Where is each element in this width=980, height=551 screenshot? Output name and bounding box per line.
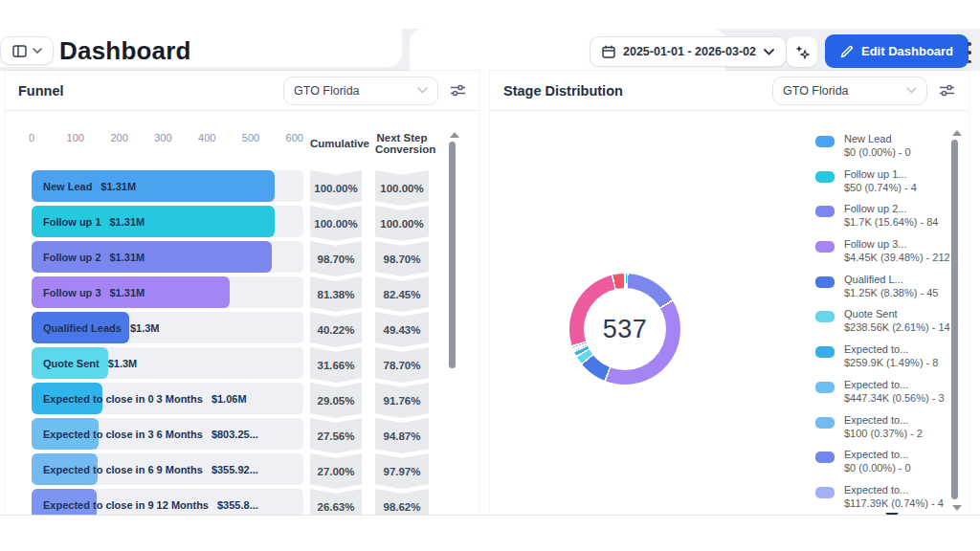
legend-item[interactable]: Follow up 1...$50 (0.74%) - 4 (815, 167, 947, 203)
next-step-conversion-value-cell: 97.97% (375, 453, 429, 489)
legend-swatch (815, 487, 835, 498)
legend-item[interactable]: Follow up 2...$1.7K (15.64%) - 84 (815, 202, 947, 237)
chevron-down-icon (906, 87, 917, 94)
stage-donut-chart[interactable]: 537 (569, 274, 680, 385)
x-axis-tick: 600 (286, 132, 303, 143)
legend-item[interactable]: New Lead$0 (0.00%) - 0 (815, 132, 947, 167)
layout-grid-icon (12, 45, 27, 57)
legend-swatch (815, 241, 835, 253)
legend-item[interactable]: Expected to...$259.9K (1.49%) - 8 (815, 342, 947, 378)
stage-distribution-title: Stage Distribution (503, 83, 623, 99)
cumulative-value-cell: 98.70% (310, 241, 362, 276)
x-axis-tick: 100 (67, 132, 84, 143)
donut-hole: 537 (584, 288, 666, 370)
legend-text: New Lead$0 (0.00%) - 0 (844, 132, 911, 167)
legend-swatch (815, 276, 835, 288)
x-axis-tick: 500 (242, 132, 259, 143)
cumulative-value-cell: 81.38% (310, 276, 362, 312)
legend-item[interactable]: Quote Sent$238.56K (2.61%) - 14 (815, 307, 947, 342)
funnel-row: New Lead$1.31M (32, 170, 303, 206)
legend-swatch (815, 382, 835, 393)
legend-swatch (815, 311, 835, 322)
legend-text: Follow up 2...$1.7K (15.64%) - 84 (844, 202, 938, 237)
legend-text: Follow up 1...$50 (0.74%) - 4 (844, 167, 917, 203)
funnel-row: Expected to close in 6 9 Months$355.92..… (32, 453, 303, 489)
cumulative-value-cell: 40.22% (310, 312, 362, 347)
next-step-conversion-value-cell: 78.70% (375, 347, 429, 383)
content-bottom-divider (0, 515, 980, 516)
cumulative-value-cell: 31.66% (310, 347, 362, 383)
next-step-conversion-value-cell: 100.00% (375, 170, 429, 206)
x-axis-tick: 200 (110, 132, 127, 143)
funnel-panel-header: Funnel GTO Florida (5, 71, 479, 111)
next-step-conversion-value-cell: 98.62% (375, 489, 429, 515)
funnel-x-axis: 0100200300400500600 (5, 132, 330, 145)
cumulative-value-cell: 100.00% (310, 170, 362, 206)
sparkles-icon (794, 44, 810, 59)
funnel-row: Follow up 2$1.31M (32, 241, 303, 276)
legend-item[interactable]: Expected to...$100 (0.37%) - 2 (815, 413, 947, 449)
stage-scrollbar-thumb[interactable] (951, 140, 958, 499)
funnel-bar-label: Follow up 1$1.31M (43, 206, 145, 237)
x-axis-tick: 400 (198, 132, 215, 143)
funnel-title: Funnel (18, 83, 64, 99)
funnel-bars: New Lead$1.31MFollow up 1$1.31MFollow up… (32, 170, 303, 515)
funnel-filter-select[interactable]: GTO Florida (283, 77, 438, 105)
funnel-bar-label: Expected to close in 0 3 Months$1.06M (43, 383, 247, 414)
legend-text: Quote Sent$238.56K (2.61%) - 14 (844, 307, 950, 342)
edit-dashboard-label: Edit Dashboard (861, 44, 953, 58)
next-step-conversion-value-cell: 94.87% (375, 418, 429, 453)
funnel-settings-icon[interactable] (450, 83, 466, 98)
funnel-filter-value: GTO Florida (294, 84, 417, 98)
stage-filter-select[interactable]: GTO Florida (772, 77, 927, 105)
date-range-picker[interactable]: 2025-01-01 - 2026-03-02 (590, 36, 787, 67)
funnel-row: Expected to close in 3 6 Months$803.25..… (32, 418, 303, 453)
next-step-conversion-value-cell: 91.76% (375, 383, 429, 418)
calendar-icon (602, 45, 615, 58)
next-step-conversion-column: 100.00%100.00%98.70%82.45%49.43%78.70%91… (375, 170, 429, 515)
legend-item[interactable]: Qualified L...$1.25K (8.38%) - 45 (815, 273, 947, 308)
funnel-bar-label: New Lead$1.31M (43, 170, 136, 202)
scroll-up-arrow[interactable] (952, 130, 962, 136)
legend-item[interactable]: Expected to...$0 (0.00%) - 0 (815, 448, 947, 483)
legend-swatch (815, 171, 835, 183)
chevron-down-icon (764, 49, 774, 55)
legend-text: Follow up 3...$4.45K (39.48%) - 212 (844, 237, 950, 273)
funnel-bar-label: Qualified Leads$1.3M (43, 312, 160, 343)
funnel-bar-label: Expected to close in 9 12 Months$355.8..… (43, 489, 258, 515)
scroll-down-arrow[interactable] (952, 505, 962, 511)
funnel-panel: Funnel GTO Florida 0100200300400500600 C… (5, 71, 479, 515)
chevron-down-icon (417, 87, 428, 94)
kebab-menu-icon[interactable] (967, 42, 972, 63)
funnel-row: Follow up 1$1.31M (32, 206, 303, 241)
legend-item[interactable]: Follow up 3...$4.45K (39.48%) - 212 (815, 237, 947, 273)
funnel-row: Follow up 3$1.31M (32, 276, 303, 312)
funnel-bar-label: Expected to close in 6 9 Months$355.92..… (43, 453, 258, 485)
funnel-row: Qualified Leads$1.3M (32, 312, 303, 347)
cumulative-value-cell: 27.00% (310, 453, 362, 489)
legend-item[interactable]: Expected to...$447.34K (0.56%) - 3 (815, 378, 947, 413)
funnel-row: Expected to close in 9 12 Months$355.8..… (32, 489, 303, 515)
next-step-conversion-column-header: Next Step Conversion (375, 132, 429, 155)
funnel-scrollbar-thumb[interactable] (449, 142, 456, 368)
cumulative-value-cell: 26.63% (310, 489, 362, 515)
dashboard-switcher-button[interactable] (0, 36, 54, 65)
edit-dashboard-button[interactable]: Edit Dashboard (825, 34, 969, 68)
stage-filter-value: GTO Florida (783, 84, 906, 98)
next-step-conversion-value-cell: 100.00% (375, 206, 429, 241)
scroll-up-arrow[interactable] (450, 132, 459, 138)
next-step-conversion-value-cell: 82.45% (375, 276, 429, 312)
cumulative-column: 100.00%100.00%98.70%81.38%40.22%31.66%29… (310, 170, 362, 515)
stage-settings-icon[interactable] (939, 83, 955, 98)
funnel-bar-label: Follow up 3$1.31M (43, 276, 145, 308)
legend-text: Expected to...$447.34K (0.56%) - 3 (844, 378, 945, 413)
x-axis-tick: 0 (29, 132, 34, 143)
funnel-row: Quote Sent$1.3M (32, 347, 303, 383)
page-title: Dashboard (59, 36, 191, 66)
cumulative-value-cell: 29.05% (310, 383, 362, 418)
ai-assistant-button[interactable] (787, 36, 817, 67)
cumulative-column-header: Cumulative (310, 138, 362, 149)
pencil-icon (840, 45, 854, 58)
funnel-bar-label: Expected to close in 3 6 Months$803.25..… (43, 418, 258, 450)
legend-text: Expected to...$0 (0.00%) - 0 (844, 448, 911, 483)
